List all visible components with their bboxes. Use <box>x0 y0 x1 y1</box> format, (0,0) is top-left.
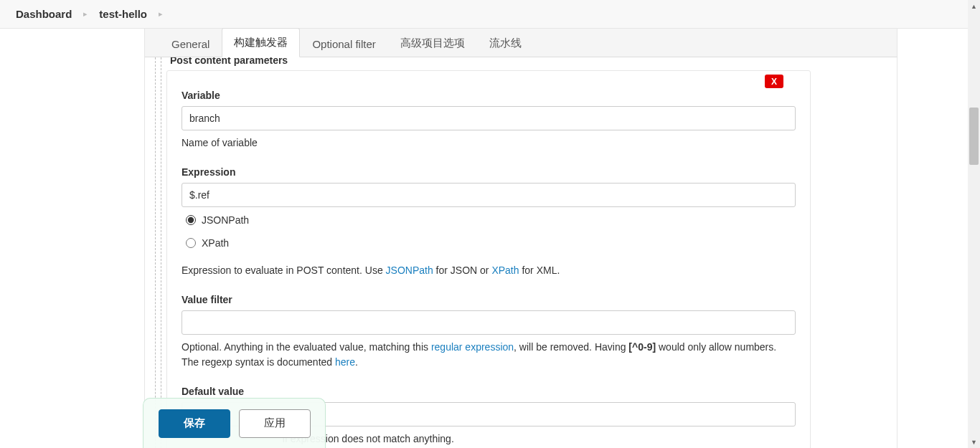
variable-input[interactable] <box>182 106 796 130</box>
expression-input[interactable] <box>182 183 796 207</box>
value-filter-help: Optional. Anything in the evaluated valu… <box>182 340 796 370</box>
scroll-down-icon[interactable]: ▼ <box>968 436 980 448</box>
link-here[interactable]: here <box>335 356 355 368</box>
tab-build-triggers[interactable]: 构建触发器 <box>222 28 300 57</box>
link-regular-expression[interactable]: regular expression <box>431 341 514 353</box>
breadcrumb: Dashboard ▸ test-hello ▸ <box>0 0 968 29</box>
tab-general[interactable]: General <box>159 30 222 57</box>
expression-help: Expression to evaluate in POST content. … <box>182 263 796 278</box>
delete-button[interactable]: X <box>765 75 783 88</box>
value-filter-input[interactable] <box>182 310 796 335</box>
scroll-up-icon[interactable]: ▲ <box>968 0 980 12</box>
radio-xpath-label: XPath <box>202 237 229 249</box>
link-xpath[interactable]: XPath <box>491 264 519 276</box>
radio-jsonpath-label: JSONPath <box>202 214 249 226</box>
tab-advanced-options[interactable]: 高级项目选项 <box>388 29 477 57</box>
post-content-parameters-box: Variable Name of variable Expression JSO… <box>166 70 811 448</box>
radio-jsonpath-row[interactable]: JSONPath <box>186 214 796 226</box>
config-content: Post content parameters X Variable Name … <box>144 57 897 448</box>
radio-xpath[interactable] <box>186 238 196 248</box>
chevron-right-icon: ▸ <box>82 9 89 19</box>
variable-label: Variable <box>182 90 796 101</box>
default-value-label: Default value <box>182 386 796 397</box>
expression-label: Expression <box>182 166 796 178</box>
breadcrumb-project[interactable]: test-hello <box>99 8 147 20</box>
tab-optional-filter[interactable]: Optional filter <box>300 30 387 57</box>
save-button[interactable]: 保存 <box>159 409 230 438</box>
scrollbar-track[interactable]: ▲ ▼ <box>968 0 980 448</box>
breadcrumb-dashboard[interactable]: Dashboard <box>16 8 72 20</box>
tree-guide-line <box>161 57 161 448</box>
action-bar: 保存 应用 <box>143 398 326 448</box>
section-legend: Post content parameters <box>170 57 288 66</box>
radio-jsonpath[interactable] <box>186 215 196 225</box>
tab-pipeline[interactable]: 流水线 <box>477 29 534 57</box>
chevron-right-icon: ▸ <box>157 9 164 19</box>
tree-guide-line <box>155 57 156 448</box>
link-jsonpath[interactable]: JSONPath <box>386 264 433 276</box>
scrollbar-thumb[interactable] <box>969 108 979 165</box>
radio-xpath-row[interactable]: XPath <box>186 237 796 249</box>
config-tabs: General 构建触发器 Optional filter 高级项目选项 流水线 <box>144 29 897 57</box>
variable-help: Name of variable <box>182 135 796 151</box>
apply-button[interactable]: 应用 <box>239 409 311 438</box>
value-filter-label: Value filter <box>182 294 796 305</box>
